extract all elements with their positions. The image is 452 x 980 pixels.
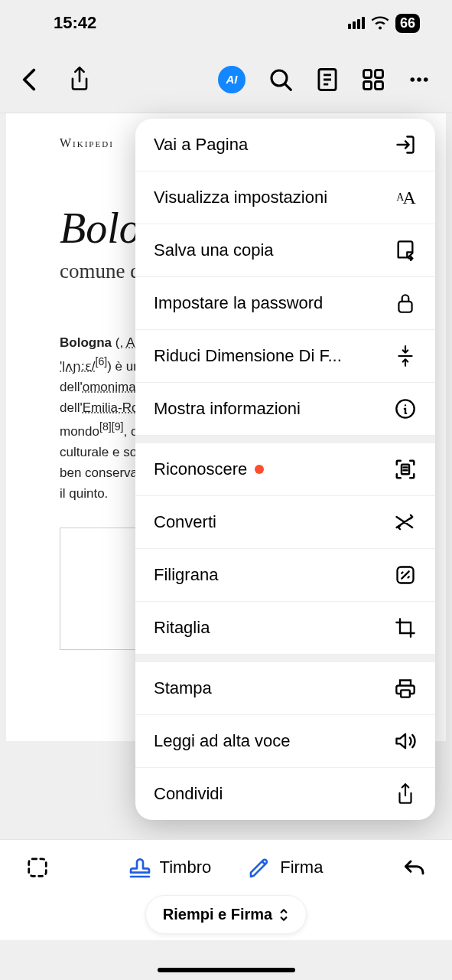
new-indicator-dot bbox=[255, 465, 264, 474]
svg-rect-14 bbox=[29, 859, 47, 877]
menu-go-to-page[interactable]: Vai a Pagina bbox=[135, 119, 435, 172]
info-icon bbox=[394, 397, 417, 420]
text-size-icon: AA bbox=[394, 186, 417, 209]
share-icon[interactable] bbox=[69, 67, 90, 93]
status-bar: 15:42 66 bbox=[0, 0, 452, 46]
chevron-updown-icon bbox=[278, 907, 289, 923]
compress-icon bbox=[394, 345, 417, 368]
menu-label: Converti bbox=[154, 512, 216, 532]
share-out-icon bbox=[394, 782, 417, 805]
svg-point-7 bbox=[417, 77, 421, 82]
top-toolbar: AI bbox=[0, 46, 452, 113]
svg-rect-3 bbox=[376, 70, 383, 77]
menu-label: Stampa bbox=[154, 678, 212, 698]
menu-label: Ritaglia bbox=[154, 618, 210, 638]
home-indicator bbox=[158, 968, 295, 972]
menu-crop[interactable]: Ritaglia bbox=[135, 602, 435, 655]
status-time: 15:42 bbox=[54, 13, 96, 33]
svg-rect-4 bbox=[364, 81, 372, 89]
menu-label: Visualizza impostazioni bbox=[154, 188, 327, 207]
fill-sign-label: Riempi e Firma bbox=[163, 906, 272, 923]
watermark-icon bbox=[394, 564, 417, 586]
ai-button[interactable]: AI bbox=[218, 66, 246, 93]
stamp-icon bbox=[128, 855, 152, 880]
menu-label: Riduci Dimensione Di F... bbox=[154, 346, 342, 366]
menu-show-info[interactable]: Mostra informazioni bbox=[135, 383, 435, 436]
grid-icon[interactable] bbox=[362, 68, 385, 91]
crop-icon bbox=[394, 616, 417, 639]
goto-icon bbox=[394, 133, 417, 156]
stamp-label: Timbro bbox=[160, 858, 212, 877]
svg-rect-13 bbox=[401, 690, 410, 697]
menu-save-copy[interactable]: Salva una copia bbox=[135, 224, 435, 277]
menu-watermark[interactable]: Filigrana bbox=[135, 549, 435, 602]
menu-view-settings[interactable]: Visualizza impostazioni AA bbox=[135, 172, 435, 224]
battery-icon: 66 bbox=[395, 14, 420, 33]
menu-label: Riconoscere bbox=[154, 459, 247, 479]
menu-read-aloud[interactable]: Leggi ad alta voce bbox=[135, 715, 435, 768]
menu-label: Impostare la password bbox=[154, 293, 323, 313]
select-area-icon[interactable] bbox=[26, 856, 49, 879]
signal-icon bbox=[348, 17, 365, 29]
save-copy-icon bbox=[394, 239, 417, 262]
svg-rect-9 bbox=[398, 302, 411, 312]
pen-icon bbox=[248, 855, 272, 880]
menu-label: Filigrana bbox=[154, 565, 218, 585]
bottom-toolbar: Timbro Firma Riempi e Firma bbox=[0, 839, 452, 940]
svg-rect-5 bbox=[376, 81, 383, 89]
menu-share[interactable]: Condividi bbox=[135, 768, 435, 820]
back-button[interactable] bbox=[21, 68, 37, 91]
search-icon[interactable] bbox=[268, 67, 293, 92]
svg-point-6 bbox=[411, 77, 415, 82]
svg-point-8 bbox=[424, 77, 428, 82]
sign-button[interactable]: Firma bbox=[248, 855, 323, 880]
more-icon[interactable] bbox=[408, 68, 431, 91]
menu-print[interactable]: Stampa bbox=[135, 655, 435, 715]
page-icon[interactable] bbox=[316, 67, 339, 92]
menu-convert[interactable]: Converti bbox=[135, 496, 435, 549]
dropdown-menu: Vai a Pagina Visualizza impostazioni AA … bbox=[135, 119, 435, 820]
menu-label: Leggi ad alta voce bbox=[154, 731, 291, 751]
fill-sign-button[interactable]: Riempi e Firma bbox=[145, 895, 307, 934]
lock-icon bbox=[394, 292, 417, 315]
wifi-icon bbox=[371, 16, 389, 30]
sign-label: Firma bbox=[280, 858, 323, 877]
ocr-icon bbox=[394, 458, 417, 481]
convert-icon bbox=[394, 511, 417, 534]
menu-label: Vai a Pagina bbox=[154, 135, 248, 155]
speaker-icon bbox=[394, 730, 417, 753]
menu-recognize[interactable]: Riconoscere bbox=[135, 436, 435, 496]
menu-label: Condividi bbox=[154, 784, 223, 804]
menu-label: Mostra informazioni bbox=[154, 399, 301, 419]
menu-set-password[interactable]: Impostare la password bbox=[135, 277, 435, 330]
svg-rect-2 bbox=[364, 70, 372, 77]
printer-icon bbox=[394, 677, 417, 700]
menu-reduce-size[interactable]: Riduci Dimensione Di F... bbox=[135, 330, 435, 383]
stamp-button[interactable]: Timbro bbox=[128, 855, 212, 880]
menu-label: Salva una copia bbox=[154, 240, 274, 260]
undo-icon[interactable] bbox=[402, 857, 426, 878]
